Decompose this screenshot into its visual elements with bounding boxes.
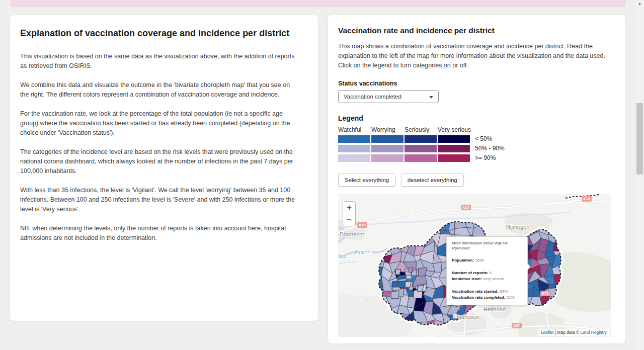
explanation-paragraph: NB: when determining the levels, only th… xyxy=(20,224,296,243)
scrollbar-thumb[interactable] xyxy=(636,103,643,174)
explanation-paragraph: We combine this data and visualize the o… xyxy=(20,80,296,100)
page-scrollbar[interactable]: ▲ xyxy=(635,0,644,350)
legend-cell-r1c0[interactable] xyxy=(338,145,370,152)
city-label-helmond: Helmond xyxy=(484,306,506,312)
road-badge-a67: A67 xyxy=(512,323,522,328)
map-panel-intro: This map shows a combination of vaccinat… xyxy=(338,42,610,70)
legend-cell-r2c1[interactable] xyxy=(371,154,404,162)
map-panel-title: Vaccination rate and incidence per distr… xyxy=(338,25,615,36)
map-panel: Vaccination rate and incidence per distr… xyxy=(328,15,625,343)
tooltip-incidence-value: Very severe xyxy=(483,277,504,281)
deselect-everything-button[interactable]: deselect everything xyxy=(401,173,464,187)
tooltip-completed-value: 51% xyxy=(507,295,515,300)
tooltip-reports-value: 5 xyxy=(490,271,492,275)
zoom-out-button[interactable]: − xyxy=(343,214,355,226)
scrollbar-up-arrow[interactable]: ▲ xyxy=(635,0,644,7)
tooltip-population-value: 1660 xyxy=(475,258,484,262)
road-badge-a18: A18 xyxy=(582,196,592,202)
legend-row-label-50-90: 50% - 90% xyxy=(475,145,505,152)
road-badge-a15-west: A15 xyxy=(357,222,367,228)
legend-cell-r1c2[interactable] xyxy=(405,145,437,152)
explanation-panel: Explanation of vaccination coverage and … xyxy=(10,15,318,321)
tooltip-started-label: Vaccination rate started: xyxy=(452,289,499,294)
legend-cell-r1c3[interactable] xyxy=(438,145,470,152)
chevron-down-icon xyxy=(429,96,433,99)
district-tooltip: More information about Wijk 04 Rijkevoor… xyxy=(446,236,528,305)
legend-cell-r0c3[interactable] xyxy=(438,135,470,143)
legend-grid: < 50% 50% - 90% >= 90% xyxy=(338,135,615,162)
status-vaccinations-dropdown[interactable]: Vaccination completed xyxy=(338,90,439,103)
legend-cell-r2c3[interactable] xyxy=(438,154,470,162)
explanation-paragraph: The categories of the incidence level ar… xyxy=(20,147,296,176)
legend-cell-r0c1[interactable] xyxy=(371,135,404,143)
tooltip-title: More information about Wijk 04 Rijkevoor… xyxy=(452,241,522,251)
water-label-diep: Diep xyxy=(338,253,347,259)
tooltip-reports-label: Number of reports: xyxy=(452,271,488,275)
legend-row-label-lt50: < 50% xyxy=(475,135,492,143)
dropdown-selected-value: Vaccination completed xyxy=(344,94,401,100)
tooltip-incidence-label: Incidence level: xyxy=(452,277,482,281)
road-badge-a15-mid: A15 xyxy=(461,205,471,210)
legend-cell-r2c2[interactable] xyxy=(405,154,437,162)
map-zoom-control: + − xyxy=(343,201,356,226)
explanation-paragraph: With less than 35 infections, the level … xyxy=(20,186,296,214)
city-label-nijmegen: Nijmegen xyxy=(506,224,529,230)
top-pink-banner xyxy=(10,0,626,7)
zoom-in-button[interactable]: + xyxy=(343,202,355,214)
leaflet-link[interactable]: Leaflet xyxy=(541,330,554,335)
tooltip-population-label: Population: xyxy=(452,258,474,262)
land-registry-link[interactable]: Land Registry xyxy=(581,330,607,335)
legend-col-watchful: Watchful xyxy=(338,126,371,134)
legend-cell-r2c0[interactable] xyxy=(338,154,370,162)
tooltip-completed-label: Vaccination rate completed: xyxy=(452,295,505,300)
select-everything-button[interactable]: Select everything xyxy=(338,173,395,187)
choropleth-map[interactable]: Dordrecht Nijmegen Eindhoven Helmond Ame… xyxy=(338,194,611,337)
legend-cell-r0c0[interactable] xyxy=(338,135,370,143)
city-label-dordrecht: Dordrecht xyxy=(340,231,364,237)
attribution-text: | Map data © xyxy=(553,330,580,335)
water-label-amer: Amer xyxy=(354,249,366,255)
legend-row-label-gte90: >= 90% xyxy=(475,154,496,162)
explanation-title: Explanation of vaccination coverage and … xyxy=(20,27,296,39)
legend-title: Legend xyxy=(338,114,615,123)
explanation-paragraph: This visualization is based on the same … xyxy=(20,52,296,71)
explanation-paragraph: For the vaccination rate, we look at the… xyxy=(20,109,296,138)
tooltip-started-value: 64% xyxy=(500,289,508,294)
city-label-eindhoven: Eindhoven xyxy=(453,314,479,320)
status-vaccinations-label: Status vaccinations xyxy=(338,79,615,88)
legend-cell-r0c2[interactable] xyxy=(405,135,437,143)
road-badge-a73: A73 xyxy=(540,291,550,296)
legend-col-worrying: Worrying xyxy=(371,126,405,134)
map-attribution: Leaflet | Map data © Land Registry xyxy=(538,329,609,336)
legend-col-very-serious: Very serious xyxy=(438,126,471,134)
legend-cell-r1c1[interactable] xyxy=(371,145,404,152)
legend-column-headers: Watchful Worrying Seriously Very serious xyxy=(338,126,615,134)
legend-col-seriously: Seriously xyxy=(405,126,438,134)
